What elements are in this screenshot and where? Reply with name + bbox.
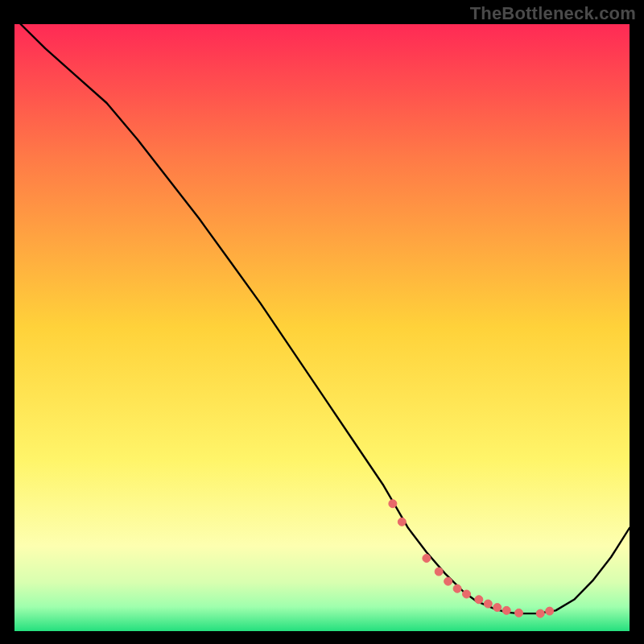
marker-point (502, 606, 510, 614)
marker-point (463, 590, 471, 598)
watermark-text: TheBottleneck.com (470, 3, 636, 24)
marker-point (484, 600, 492, 608)
marker-point (389, 500, 397, 508)
marker-point (493, 604, 502, 612)
chart-svg (14, 24, 630, 631)
marker-point (536, 609, 544, 617)
marker-point (546, 607, 554, 615)
plot-area (14, 24, 630, 631)
marker-point (444, 577, 452, 585)
marker-point (475, 596, 483, 604)
marker-point (398, 518, 406, 526)
marker-point (514, 609, 522, 617)
marker-point (453, 584, 461, 592)
chart-frame: TheBottleneck.com (0, 0, 644, 644)
marker-point (423, 555, 431, 563)
gradient-background (14, 24, 630, 631)
marker-point (435, 568, 443, 576)
